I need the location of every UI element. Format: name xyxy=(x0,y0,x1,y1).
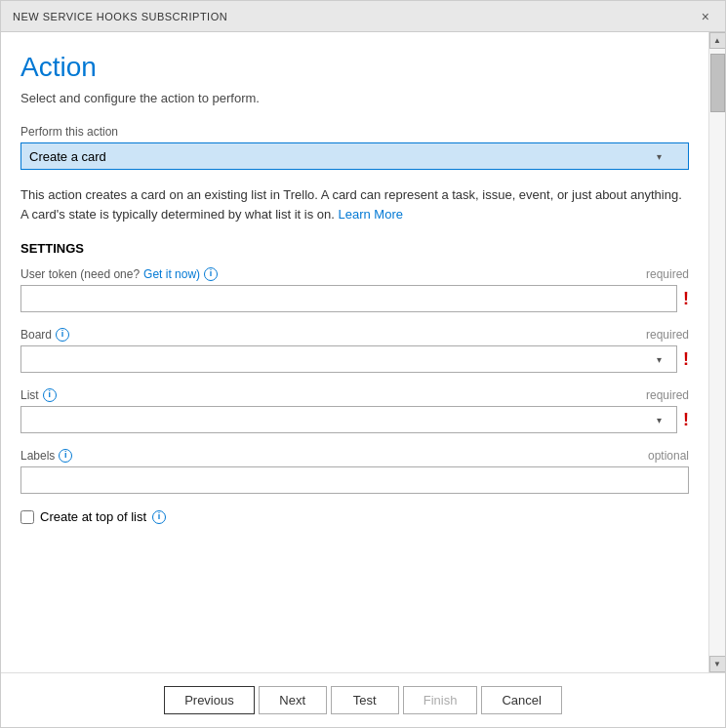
list-group: List i required ▾ ! xyxy=(20,388,689,433)
list-required: required xyxy=(646,388,689,402)
board-select[interactable] xyxy=(20,345,677,373)
page-subtitle: Select and configure the action to perfo… xyxy=(20,91,689,105)
dialog: NEW SERVICE HOOKS SUBSCRIPTION × Action … xyxy=(0,0,726,728)
board-error-icon: ! xyxy=(683,349,689,370)
main-content: Action Select and configure the action t… xyxy=(1,32,708,672)
list-select-row: ▾ ! xyxy=(20,406,689,433)
board-label-row: Board i required xyxy=(20,328,689,342)
list-select[interactable] xyxy=(20,406,677,433)
user-token-error-icon: ! xyxy=(683,289,689,309)
labels-group: Labels i optional xyxy=(20,449,689,494)
scroll-thumb[interactable] xyxy=(710,54,725,112)
perform-action-select-wrapper: Create a card ▾ xyxy=(20,142,689,170)
create-at-top-checkbox[interactable] xyxy=(20,510,34,524)
labels-label-text: Labels xyxy=(20,449,55,463)
settings-header: SETTINGS xyxy=(20,241,689,256)
user-token-input[interactable] xyxy=(20,285,677,312)
list-label-text: List xyxy=(20,388,39,402)
perform-action-label: Perform this action xyxy=(20,125,689,139)
board-select-row: ▾ ! xyxy=(20,345,689,373)
previous-button[interactable]: Previous xyxy=(164,686,255,714)
page-title: Action xyxy=(20,52,689,83)
board-required: required xyxy=(646,328,689,342)
user-token-input-row: ! xyxy=(20,285,689,312)
dialog-body: Action Select and configure the action t… xyxy=(1,32,725,672)
create-at-top-group: Create at top of list i xyxy=(20,509,689,524)
board-label-text: Board xyxy=(20,328,52,342)
learn-more-link[interactable]: Learn More xyxy=(338,207,402,222)
user-token-info-icon[interactable]: i xyxy=(204,267,218,281)
title-bar: NEW SERVICE HOOKS SUBSCRIPTION × xyxy=(1,1,725,32)
test-button[interactable]: Test xyxy=(331,686,399,714)
labels-info-icon[interactable]: i xyxy=(59,449,72,463)
scrollbar: ▲ ▼ xyxy=(708,32,725,672)
create-at-top-info-icon[interactable]: i xyxy=(152,510,166,524)
labels-optional: optional xyxy=(648,449,689,463)
cancel-button[interactable]: Cancel xyxy=(481,686,561,714)
finish-button[interactable]: Finish xyxy=(403,686,478,714)
user-token-label: User token (need one? Get it now) i xyxy=(20,267,218,281)
list-label-row: List i required xyxy=(20,388,689,402)
user-token-group: User token (need one? Get it now) i requ… xyxy=(20,267,689,312)
labels-label: Labels i xyxy=(20,449,72,463)
labels-input[interactable] xyxy=(20,466,689,494)
footer: Previous Next Test Finish Cancel xyxy=(1,672,725,727)
create-at-top-label: Create at top of list xyxy=(40,509,146,524)
dialog-title: NEW SERVICE HOOKS SUBSCRIPTION xyxy=(13,11,227,22)
list-label: List i xyxy=(20,388,57,402)
user-token-label-text: User token (need one? xyxy=(20,267,140,281)
action-description: This action creates a card on an existin… xyxy=(20,185,689,223)
board-group: Board i required ▾ ! xyxy=(20,328,689,373)
scroll-up-button[interactable]: ▲ xyxy=(709,32,726,49)
list-error-icon: ! xyxy=(683,410,689,430)
perform-action-group: Perform this action Create a card ▾ xyxy=(20,125,689,170)
close-button[interactable]: × xyxy=(698,8,713,25)
scroll-track xyxy=(709,49,725,656)
board-info-icon[interactable]: i xyxy=(56,328,69,342)
get-it-now-link[interactable]: Get it now) xyxy=(143,267,200,281)
labels-label-row: Labels i optional xyxy=(20,449,689,463)
scroll-down-button[interactable]: ▼ xyxy=(709,656,726,672)
user-token-label-row: User token (need one? Get it now) i requ… xyxy=(20,267,689,281)
board-label: Board i xyxy=(20,328,69,342)
perform-action-select[interactable]: Create a card xyxy=(20,142,689,170)
user-token-required: required xyxy=(646,267,689,281)
next-button[interactable]: Next xyxy=(259,686,327,714)
list-info-icon[interactable]: i xyxy=(43,388,57,402)
